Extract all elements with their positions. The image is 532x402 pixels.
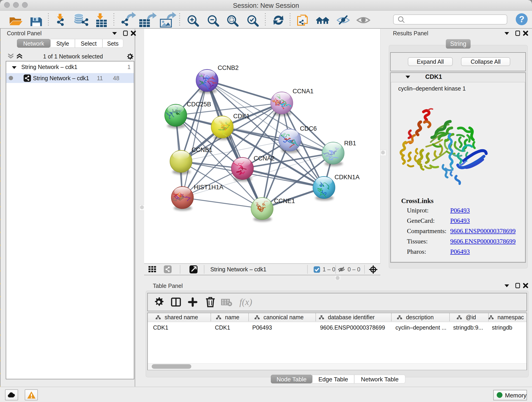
- svg-text:CDKN1A: CDKN1A: [335, 174, 360, 181]
- svg-text:CCNA2: CCNA2: [254, 155, 275, 162]
- svg-text:shared name: shared name: [165, 314, 198, 320]
- svg-text:canonical name: canonical name: [264, 314, 304, 320]
- svg-text:CCNE1: CCNE1: [274, 198, 295, 204]
- svg-text:CCNA1: CCNA1: [293, 88, 314, 95]
- svg-text:1 – 0: 1 – 0: [323, 266, 336, 273]
- svg-text:@id: @id: [466, 314, 476, 320]
- svg-text:String Network – cdk1: String Network – cdk1: [210, 266, 266, 273]
- svg-text:namespac: namespac: [497, 314, 524, 320]
- svg-text:CDC6: CDC6: [300, 125, 317, 132]
- svg-text:CCNB1: CCNB1: [191, 147, 213, 153]
- svg-text:database identifier: database identifier: [328, 314, 375, 320]
- svg-text:CCNB2: CCNB2: [218, 64, 239, 71]
- svg-text:HIST1H1A: HIST1H1A: [194, 184, 223, 191]
- svg-text:0 – 0: 0 – 0: [348, 266, 360, 273]
- svg-text:CDK1: CDK1: [233, 113, 250, 120]
- svg-text:RB1: RB1: [344, 140, 356, 147]
- svg-text:name: name: [225, 314, 239, 320]
- svg-text:description: description: [406, 314, 434, 320]
- svg-text:?: ?: [519, 14, 524, 24]
- svg-text:f(x): f(x): [239, 297, 252, 307]
- svg-text:CDC25B: CDC25B: [187, 101, 211, 108]
